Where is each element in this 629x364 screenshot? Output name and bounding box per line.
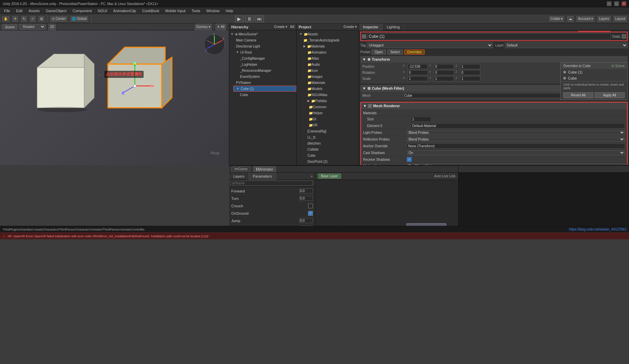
base-layer-btn[interactable]: Base Layer <box>318 174 341 179</box>
scale-z[interactable] <box>460 76 480 81</box>
override-item-cube[interactable]: Cube <box>561 75 627 81</box>
shading-dropdown[interactable]: Shaded Wireframe <box>20 24 46 30</box>
maximize-button[interactable]: □ <box>614 1 619 6</box>
proj-animation[interactable]: 📁 Animation <box>305 49 359 55</box>
prefab-select-btn[interactable]: Select <box>387 50 403 55</box>
scale-x[interactable] <box>408 76 428 81</box>
motion-vectors-select[interactable]: Per Object Motion <box>407 163 625 165</box>
revert-all-btn[interactable]: Revert All <box>563 92 593 98</box>
menu-component[interactable]: Component <box>70 7 94 14</box>
scene-tab[interactable]: Scene <box>2 24 18 30</box>
proj-atlas[interactable]: 📁 Atlas <box>305 55 359 61</box>
menu-cookbook[interactable]: CookBook <box>140 7 162 14</box>
proj-common[interactable]: 📁 Common <box>297 104 359 110</box>
proj-models[interactable]: 📁 Models <box>305 86 359 92</box>
menu-file[interactable]: File <box>1 7 13 14</box>
proj-terrain[interactable]: 📁 _TerrainAutoUpgrade <box>301 37 359 43</box>
tool-move[interactable]: ✛ <box>11 15 19 23</box>
layer-select[interactable]: Default <box>505 42 628 48</box>
proj-dileizhen[interactable]: dileizhen <box>305 140 359 146</box>
2d-button[interactable]: 2D <box>48 23 57 31</box>
override-item-cube1[interactable]: Cube (1) <box>561 69 627 75</box>
pos-y[interactable] <box>434 64 454 69</box>
proj-cube[interactable]: Cube <box>305 152 359 158</box>
proj-images[interactable]: 📁 Images <box>305 73 359 80</box>
hier-cube[interactable]: Cube <box>237 92 296 98</box>
param-crouch-checkbox[interactable] <box>308 204 313 208</box>
layers-tab[interactable]: Layers <box>229 173 249 180</box>
hier-eventsystem[interactable]: EventSystem <box>237 73 296 80</box>
param-jumpleg-value[interactable] <box>299 225 313 226</box>
animator-tab-header[interactable]: 🎞 Animator <box>253 166 276 172</box>
lighting-tab[interactable]: Lighting <box>383 24 404 30</box>
tool-hand[interactable]: ✋ <box>1 15 10 23</box>
hier-uiroot[interactable]: ▼UI Root <box>233 49 296 55</box>
rot-y[interactable] <box>434 70 454 75</box>
hier-maincamera[interactable]: Main Camera <box>233 37 296 43</box>
gizmos-button[interactable]: Gizmos ▾ <box>194 23 213 31</box>
pause-button[interactable]: ⏸ <box>245 16 254 22</box>
proj-vr[interactable]: 📁 VR <box>297 122 359 128</box>
menu-mobileinput[interactable]: Mobile Input <box>162 7 188 14</box>
tag-select[interactable]: Untagged <box>367 42 492 48</box>
all-filter[interactable]: ✦ All <box>215 23 227 31</box>
center-toggle[interactable]: ⊙ Center <box>50 15 68 23</box>
renderer-enabled[interactable]: ✓ <box>368 104 372 108</box>
cast-shadows-select[interactable]: On Off <box>407 150 625 155</box>
static-checkbox[interactable] <box>622 34 626 38</box>
prefab-open-btn[interactable]: Open <box>371 50 386 55</box>
parameters-tab[interactable]: Parameters <box>249 173 276 180</box>
cloud-button[interactable]: ☁ <box>566 15 574 23</box>
project-create[interactable]: Create ▾ <box>343 25 357 29</box>
close-button[interactable]: ✕ <box>622 1 626 6</box>
param-search[interactable] <box>231 181 313 186</box>
rot-x[interactable] <box>408 70 428 75</box>
menu-tools[interactable]: Tools <box>189 7 203 14</box>
layout-button[interactable]: Layout <box>613 15 628 23</box>
menu-ngui[interactable]: NGUI <box>95 7 110 14</box>
param-forward-value[interactable] <box>299 188 313 193</box>
menu-window[interactable]: Window <box>204 7 222 14</box>
receive-shadows-checkbox[interactable]: ✓ <box>407 157 412 162</box>
status-url[interactable]: https://blog.csdn.net/weixin_44137062 <box>569 228 626 231</box>
param-jump-value[interactable] <box>299 218 313 223</box>
meshrenderer-header[interactable]: ▼ ✓ Mesh Renderer <box>361 102 627 109</box>
apply-all-btn[interactable]: Apply All <box>595 92 625 98</box>
proj-mats[interactable]: 📁 Materials <box>305 80 359 86</box>
hierarchy-all[interactable]: All <box>290 25 294 29</box>
scene-canvas[interactable]: X Y Z Persp 点击根目录设置属性 ← <box>0 30 229 165</box>
minimize-button[interactable]: − <box>607 1 611 6</box>
account-button[interactable]: Account ▾ <box>576 15 595 23</box>
proj-llfz[interactable]: LL_fz <box>305 134 359 140</box>
hier-resmgr[interactable]: _ResourcesManager <box>237 67 296 73</box>
proj-cameraring[interactable]: [CameraRig] <box>305 128 359 134</box>
pos-z[interactable] <box>460 64 480 69</box>
state-airborne[interactable]: Airborne <box>406 223 447 226</box>
collab-button[interactable]: Collab ▾ <box>548 15 565 23</box>
tool-scale[interactable]: ⤢ <box>29 15 36 23</box>
rot-z[interactable] <box>460 70 480 75</box>
pos-x[interactable] <box>408 64 428 69</box>
menu-gameobject[interactable]: GameObject <box>43 7 69 14</box>
proj-prefabs[interactable]: ▶📁 Prefabs <box>305 98 359 104</box>
play-button[interactable]: ▶ <box>235 16 244 22</box>
reflectionprobes-select[interactable]: Blend Probes <box>407 137 625 142</box>
overrides-btn[interactable]: Overrides <box>404 50 425 55</box>
add-param-btn[interactable]: + <box>309 174 315 178</box>
proj-icon[interactable]: 📁 Icon <box>305 67 359 73</box>
proj-assets[interactable]: ▼📁 Assets <box>297 31 359 37</box>
proj-helper[interactable]: 📁 Helper <box>297 110 359 116</box>
hierarchy-create[interactable]: Create ▾ <box>274 25 287 29</box>
proj-ui[interactable]: 📁 UI <box>297 116 359 122</box>
menu-animclip[interactable]: AnimationClip <box>111 7 139 14</box>
proj-audio[interactable]: 📁 Audio <box>305 61 359 67</box>
game-canvas[interactable] <box>458 173 629 226</box>
proj-collider[interactable]: Collider <box>305 146 359 152</box>
game-tab-header[interactable]: 🎮 Game <box>231 166 250 172</box>
hier-pvstation[interactable]: PVStation <box>233 80 296 86</box>
inspector-tab[interactable]: Inspector <box>359 24 383 30</box>
lightprobes-select[interactable]: Blend Probes <box>407 130 625 135</box>
proj-materials-root[interactable]: ▶📁 Materials <box>301 43 359 49</box>
scale-y[interactable] <box>434 76 454 81</box>
hier-loghelper[interactable]: _LogHelper <box>237 61 296 67</box>
